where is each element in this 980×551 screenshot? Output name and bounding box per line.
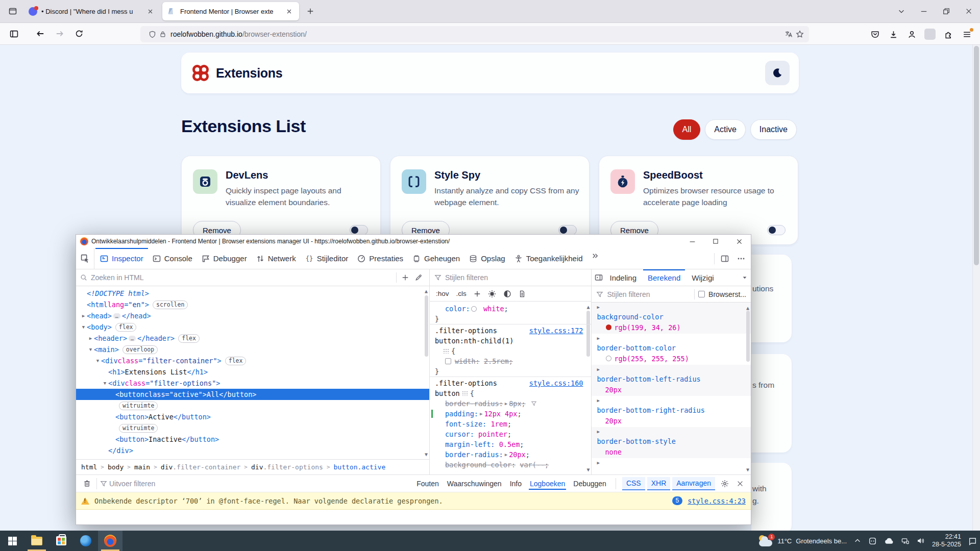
scroll-down-arrow[interactable]: ▼ <box>746 467 749 472</box>
devtools-tab-prestaties[interactable]: Prestaties <box>353 248 408 269</box>
sidebar-tab-wijzigi[interactable]: Wijzigi <box>687 269 718 286</box>
markup-row[interactable]: ▼<div class="filter-container">flex <box>76 355 429 366</box>
markup-row[interactable]: <button class="active">All</button> <box>76 389 429 400</box>
account-button[interactable] <box>903 26 920 42</box>
rules-filter-bar[interactable]: Stijlen filteren <box>430 269 592 286</box>
scroll-up-arrow[interactable]: ▲ <box>746 305 749 311</box>
drag-handle-icon[interactable] <box>443 348 449 354</box>
markup-badge[interactable]: witruimte <box>119 424 158 433</box>
add-node-button[interactable] <box>399 271 412 284</box>
eyedropper-button[interactable] <box>412 271 425 284</box>
markup-row[interactable]: ▶<head>…</head> <box>76 310 429 321</box>
breadcrumb-item[interactable]: body <box>108 463 124 471</box>
markup-row[interactable]: <h1>Extensions List</h1> <box>76 366 429 378</box>
print-media-sim-button[interactable] <box>519 290 526 297</box>
css-property-name[interactable]: border-radius: <box>445 399 503 408</box>
declaration-checkbox[interactable] <box>445 358 451 364</box>
extensions-button[interactable] <box>940 26 957 42</box>
devtools-tab-inspector[interactable]: Inspector <box>95 248 148 269</box>
expand-value-icon[interactable]: ▶ <box>505 452 507 457</box>
css-property-value[interactable]: white <box>483 305 504 313</box>
markup-row[interactable]: ▼<div class="filter-options"> <box>76 378 429 389</box>
markup-row[interactable]: ▼<body>flex <box>76 321 429 333</box>
computed-property[interactable]: ▶border-bottom-right-radius20px <box>592 396 751 427</box>
markup-row[interactable]: witruimte <box>76 422 429 434</box>
tray-chevron-up-icon[interactable] <box>854 537 861 544</box>
twisty-collapsed-icon[interactable]: ▶ <box>592 334 751 342</box>
taskbar-clock[interactable]: 22:41 28-5-2025 <box>932 533 961 548</box>
css-property-name[interactable]: padding: <box>445 410 478 418</box>
sidebar-toggle-button[interactable] <box>5 26 22 42</box>
pick-element-button[interactable] <box>76 248 94 269</box>
window-close-button[interactable] <box>958 0 980 22</box>
reload-button[interactable] <box>70 26 88 42</box>
responsive-design-mode-button[interactable] <box>717 251 732 266</box>
filter-all-button[interactable]: All <box>673 119 701 140</box>
page-scrollbar[interactable] <box>972 45 980 531</box>
twisty-collapsed-icon[interactable]: ▶ <box>592 396 751 405</box>
firefox-view-button[interactable] <box>4 3 21 19</box>
markup-row[interactable]: ▶<header>…</header>flex <box>76 333 429 344</box>
computed-property[interactable]: ▶border-bottom-stylenone <box>592 427 751 458</box>
twisty-expanded-icon[interactable]: ▼ <box>102 381 108 386</box>
css-property-name[interactable]: background-color: <box>445 461 516 469</box>
markup-row[interactable]: <html lang="en">scrollen <box>76 299 429 310</box>
css-property-name[interactable]: width: <box>455 357 480 365</box>
breadcrumb-item[interactable]: div.filter-container <box>161 463 241 471</box>
translate-icon[interactable] <box>785 30 793 38</box>
devtools-maximize-button[interactable] <box>704 235 727 248</box>
devtools-tab-debugger[interactable]: Debugger <box>197 248 252 269</box>
devtools-tab-opslag[interactable]: Opslag <box>464 248 510 269</box>
extension-toggle[interactable] <box>558 225 577 235</box>
filter-active-button[interactable]: Active <box>705 119 746 140</box>
rule-selector[interactable]: button:nth-child(1) <box>435 337 513 345</box>
pocket-button[interactable] <box>866 26 884 42</box>
tray-app-icon[interactable] <box>868 537 877 545</box>
css-property-value[interactable]: 1rem <box>491 420 507 428</box>
twisty-collapsed-icon[interactable]: ▶ <box>87 336 94 341</box>
css-property-value[interactable]: 2.5rem <box>484 357 509 365</box>
taskbar-firefox[interactable] <box>98 531 122 551</box>
filter-inactive-button[interactable]: Inactive <box>750 119 797 140</box>
taskbar-weather[interactable]: 1 11°C Grotendeels be... <box>758 535 847 546</box>
bookmark-star-icon[interactable] <box>796 30 804 38</box>
shield-icon[interactable] <box>149 31 156 38</box>
devtools-titlebar[interactable]: Ontwikkelaarshulpmiddelen - Frontend Men… <box>76 235 751 248</box>
rule-source-link[interactable]: style.css:160 <box>529 379 583 387</box>
markup-row[interactable]: <!DOCTYPE html> <box>76 288 429 299</box>
forward-button[interactable] <box>51 26 68 42</box>
twisty-collapsed-icon[interactable]: ▶ <box>592 303 751 311</box>
theme-toggle-button[interactable] <box>765 61 790 85</box>
console-chip-xhr[interactable]: XHR <box>647 477 671 490</box>
markup-badge[interactable]: flex <box>178 334 200 343</box>
window-minimize-button[interactable] <box>913 0 935 22</box>
css-property-value[interactable]: 20px <box>509 450 526 459</box>
css-property-value[interactable]: 8px <box>509 399 521 408</box>
extension-toggle[interactable] <box>350 225 368 235</box>
css-property-name[interactable]: border-radius: <box>445 450 503 459</box>
volume-icon[interactable] <box>917 537 925 545</box>
url-bar[interactable]: roelofwobben.github.io/browser-extenstio… <box>140 26 809 42</box>
devtools-meatball-menu-button[interactable] <box>733 251 749 266</box>
sidebar-tab-berekend[interactable]: Berekend <box>643 269 685 286</box>
console-filter-debuggen[interactable]: Debuggen <box>569 478 610 490</box>
expand-value-icon[interactable]: ▶ <box>505 401 507 406</box>
markup-row[interactable]: ▼<main>overloop <box>76 344 429 355</box>
extension-placeholder-button[interactable] <box>921 26 939 42</box>
drag-handle-icon[interactable] <box>462 391 468 396</box>
computed-property[interactable]: ▶border-bottom-colorrgb(255, 255, 255) <box>592 334 751 365</box>
devtools-tab-stijleditor[interactable]: {}Stijleditor <box>301 248 353 269</box>
action-center-icon[interactable] <box>968 537 977 545</box>
devtools-tab-console[interactable]: Console <box>148 248 197 269</box>
markup-row[interactable]: <button>Inactive</button> <box>76 434 429 445</box>
warning-source-link[interactable]: style.css:4:23 <box>688 497 746 505</box>
markup-badge[interactable]: overloop <box>122 345 158 354</box>
extension-toggle[interactable] <box>767 225 786 235</box>
new-tab-button[interactable] <box>302 3 318 19</box>
network-icon[interactable] <box>901 537 910 545</box>
rule-selector[interactable]: .filter-options <box>435 379 497 387</box>
add-rule-button[interactable] <box>474 290 481 297</box>
console-filter-waarschuwingen[interactable]: Waarschuwingen <box>443 478 506 490</box>
markup-row[interactable]: </div> <box>76 445 429 456</box>
list-all-tabs-button[interactable] <box>890 0 913 22</box>
